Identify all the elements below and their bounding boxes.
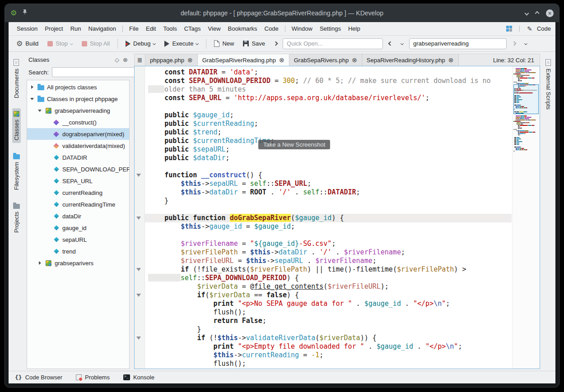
code-line[interactable]: function __construct() { — [145, 171, 512, 180]
build-button[interactable]: ⚙ Build — [13, 38, 42, 49]
menu-code[interactable]: Code — [261, 23, 282, 34]
menu-settings[interactable]: Settings — [316, 23, 345, 34]
code-line[interactable]: $riverData = @file_get_contents($riverFi… — [145, 282, 512, 291]
tree-item[interactable]: validateriverdata(mixed) — [27, 140, 129, 152]
titlebar[interactable]: ⚙ default: phppage - [ phppage:GrabSepaR… — [5, 4, 559, 22]
code-line[interactable]: $this->gauge_id = $gauge_id; — [145, 222, 512, 231]
stop-all-button[interactable]: Stop All — [79, 38, 113, 49]
code-line[interactable]: public $currentReading; — [145, 120, 512, 128]
tree-item[interactable]: Classes in project phppage — [27, 93, 129, 105]
fold-marker-icon[interactable] — [136, 337, 141, 340]
code-line[interactable] — [145, 162, 512, 171]
quickopen-search-input[interactable] — [409, 38, 507, 49]
menu-navigation[interactable]: Navigation — [85, 23, 120, 34]
code-line[interactable] — [145, 102, 512, 111]
editor-tab[interactable]: GrabSepaRivers.php⊗ — [289, 54, 362, 66]
menu-session[interactable]: Session — [13, 23, 41, 34]
debug-button[interactable]: Debug — [122, 38, 158, 49]
menu-edit[interactable]: Edit — [142, 23, 159, 34]
editor-tab[interactable]: phppage.php⊗ — [145, 54, 198, 66]
tree-item[interactable]: All projects classes — [27, 81, 129, 93]
fold-marker-icon[interactable] — [136, 174, 141, 177]
code-line[interactable]: $riverFileURL = $this->sepaURL . $riverF… — [145, 257, 512, 265]
code-line[interactable]: $this->sepaURL = self::SEPA_URL; — [145, 180, 512, 188]
editor-tab[interactable]: GrabSepaRiverReading.php⊗ — [198, 54, 289, 66]
code-line[interactable]: } — [145, 197, 512, 205]
code-line[interactable]: $this->currentReading = -1; — [145, 351, 512, 360]
pin-icon[interactable] — [22, 9, 28, 17]
expander-icon[interactable] — [30, 85, 35, 90]
toolview-code-browser[interactable]: {}Code Browser — [15, 374, 62, 381]
code-line[interactable]: older than 5 minutes — [145, 85, 512, 94]
code-line[interactable]: if($riverData == false) { — [145, 291, 512, 300]
toolview-konsole[interactable]: Konsole — [123, 374, 154, 381]
stop-button[interactable]: Stop — [44, 38, 76, 49]
tree-item[interactable]: dograbsepariver(mixed) — [27, 128, 129, 140]
detach-toolview-icon[interactable]: ◇ — [115, 56, 119, 63]
close-button[interactable]: × — [546, 9, 554, 17]
code-line[interactable] — [145, 231, 512, 240]
tab-close-icon[interactable]: ⊗ — [448, 57, 454, 63]
expander-icon[interactable] — [37, 108, 42, 113]
area-grid-icon[interactable] — [506, 26, 512, 32]
minimap-viewport[interactable] — [513, 84, 539, 114]
tab-close-icon[interactable]: ⊗ — [187, 57, 193, 63]
tree-item[interactable]: __construct() — [27, 116, 129, 128]
dock-tab-classes[interactable]: Classes — [12, 108, 21, 143]
code-line[interactable] — [145, 205, 512, 214]
tree-item[interactable]: sepaURL — [27, 234, 129, 245]
code-line[interactable]: const SEPA_URL = 'http://apps.sepa.org.u… — [145, 94, 512, 102]
tree-item[interactable]: DATADIR — [27, 152, 129, 163]
fold-marker-icon[interactable] — [136, 268, 141, 271]
expander-icon[interactable] — [30, 97, 35, 101]
minimize-button[interactable] — [525, 11, 529, 15]
working-area-switcher[interactable]: Code — [537, 25, 551, 32]
dock-tab-projects[interactable]: Projects — [12, 200, 21, 235]
quickopen-dropdown-button[interactable] — [397, 38, 406, 49]
tree-item[interactable]: currentReading — [27, 187, 129, 198]
tree-item[interactable]: gauge_id — [27, 222, 129, 234]
code-line[interactable]: public $sepaURL; — [145, 145, 512, 154]
code-line[interactable]: print "<p>Empty file downloaded for " . … — [145, 342, 512, 351]
menu-bookmarks[interactable]: Bookmarks — [224, 23, 261, 34]
code-line[interactable]: print "<p>No SEPA gauge data for " . $ga… — [145, 300, 512, 308]
menu-window[interactable]: Window — [288, 23, 316, 34]
code-line[interactable]: if (!file_exists($riverFilePath) || time… — [145, 265, 512, 274]
quick-open-input[interactable] — [283, 38, 383, 49]
tree-item[interactable]: trend — [27, 245, 129, 257]
tree-item[interactable]: SEPA_URL — [27, 175, 129, 187]
code-line[interactable]: public function doGrabSepaRiver($gauge_i… — [145, 214, 512, 222]
menu-view[interactable]: View — [205, 23, 224, 34]
expander-icon[interactable] — [37, 261, 42, 266]
classes-search-input[interactable] — [52, 67, 138, 77]
document-list-icon[interactable]: ≣ — [135, 54, 145, 66]
code-line[interactable]: public $trend; — [145, 128, 512, 137]
code-line[interactable]: public $currentReadingTime; — [145, 137, 512, 145]
editor-tab[interactable]: SepaRiverReadingHistory.php⊗ — [362, 54, 459, 66]
code-line[interactable]: const DATADIR = 'data'; — [145, 68, 512, 77]
menu-run[interactable]: Run — [67, 23, 85, 34]
quickopen-list-dropdown-button[interactable] — [521, 38, 530, 49]
code-line[interactable]: const SEPA_DOWNLOAD_PERIOD = 300; // 60 … — [145, 77, 512, 85]
close-toolview-icon[interactable]: ⊗ — [123, 56, 128, 63]
toolbar-extension-button[interactable] — [271, 38, 280, 49]
tree-item[interactable]: dataDir — [27, 210, 129, 222]
tab-close-icon[interactable]: ⊗ — [352, 57, 357, 63]
code-line[interactable]: $this->dataDir = ROOT . '/' . self::DATA… — [145, 188, 512, 197]
menu-tools[interactable]: Tools — [159, 23, 180, 34]
tree-item[interactable]: currentReadingTime — [27, 198, 129, 210]
maximize-button[interactable] — [535, 11, 540, 15]
code-line[interactable]: $riverFilename = "${gauge_id}-SG.csv"; — [145, 240, 512, 248]
execute-button[interactable]: Execute — [161, 38, 201, 49]
code-line[interactable]: } — [145, 325, 512, 334]
dock-tab-documents[interactable]: Documents — [12, 56, 21, 101]
code-line[interactable]: flush(); — [145, 360, 512, 368]
tree-item[interactable]: grabsepariverreading — [27, 105, 129, 116]
code-line[interactable]: public $dataDir; — [145, 154, 512, 162]
quickopen-previous-button[interactable] — [386, 38, 395, 49]
code-line[interactable]: flush(); — [145, 308, 512, 317]
toolview-problems[interactable]: Problems — [76, 374, 110, 381]
code-line[interactable]: $riverFilePath = $this->dataDir . '/' . … — [145, 248, 512, 257]
menu-ctags[interactable]: CTags — [181, 23, 205, 34]
dock-tab-filesystem[interactable]: Filesystem — [12, 150, 21, 193]
